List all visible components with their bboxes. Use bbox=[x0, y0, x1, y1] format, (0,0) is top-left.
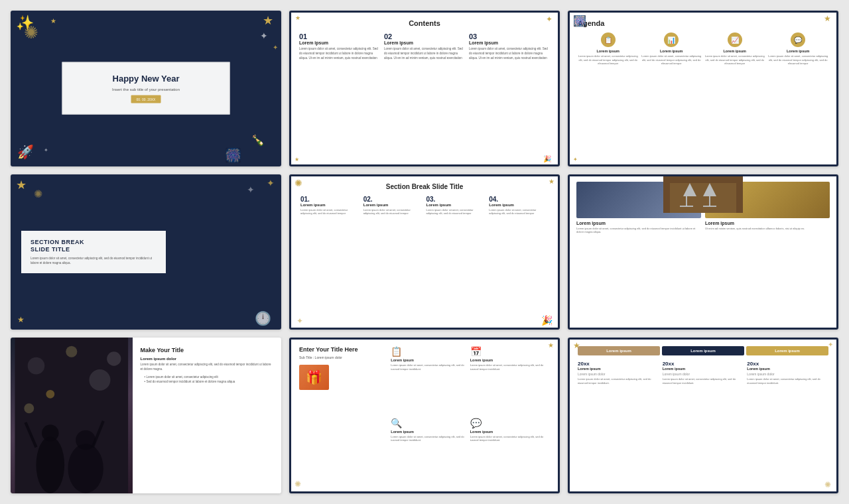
agenda-label-1: Lorem ipsum bbox=[578, 49, 639, 53]
deco-s4-star2: ✦ bbox=[267, 178, 275, 188]
fc-label-3: Lorem ipsum bbox=[426, 203, 486, 207]
section-break-title: SECTION BREAKSLIDE TITLE bbox=[31, 239, 157, 254]
year-grid: 20xx Lorem ipsum Lorem ipsum dolor Lorem… bbox=[578, 361, 828, 385]
icon-text-3: Lorem ipsum dolor sit amet, consectetur … bbox=[391, 435, 466, 442]
slide-5-title: Section Break Slide Title bbox=[300, 183, 549, 190]
deco-s9-3: ✺ bbox=[824, 480, 831, 489]
agenda-label-3: Lorem ipsum bbox=[704, 49, 765, 53]
firework-icon-1: ✨ bbox=[16, 15, 34, 32]
agenda-text-1: Lorem ipsum dolor sit amet, consectetur … bbox=[578, 54, 639, 66]
photo-text-left: Lorem ipsum dolor sit amet, consectetur … bbox=[576, 227, 701, 234]
slide-7-bullets: • Lorem ipsum dolor sit amet, consectetu… bbox=[141, 375, 273, 384]
deco-s4-star1: ★ bbox=[16, 178, 27, 192]
tab-1[interactable]: Lorem ipsum bbox=[578, 346, 660, 355]
deco-cracker-s2: 🎉 bbox=[543, 155, 551, 162]
agenda-text-4: Lorem ipsum dolor sit amet, consectetur … bbox=[768, 54, 829, 66]
slide-8-icons-col1: 📋 Lorem ipsum Lorem ipsum dolor sit amet… bbox=[391, 346, 466, 485]
icon-label-3: Lorem ipsum bbox=[391, 430, 466, 434]
fc-label-4: Lorem ipsum bbox=[489, 203, 549, 207]
agenda-item-3: 📈 Lorem ipsum Lorem ipsum dolor sit amet… bbox=[704, 32, 765, 66]
tab-3[interactable]: Lorem ipsum bbox=[746, 346, 828, 355]
fc-text-4: Lorem ipsum dolor sit amet, consectetur … bbox=[489, 208, 549, 216]
party-photo-full-svg bbox=[11, 338, 133, 493]
tab-2[interactable]: Lorem ipsum bbox=[662, 346, 744, 355]
photo-title-right: Lorem ipsum bbox=[705, 221, 830, 225]
contents-num-3: 03 bbox=[469, 32, 550, 40]
four-cols-grid: 01. Lorem ipsum Lorem ipsum dolor sit am… bbox=[300, 196, 549, 216]
fc-num-3: 03. bbox=[426, 196, 486, 203]
slide-7: Make Your Title Lorem ipsum dolor Lorem … bbox=[11, 338, 281, 493]
sparkle-icon-1: ✦ bbox=[260, 31, 268, 41]
contents-label-3: Lorem ipsum bbox=[469, 40, 550, 45]
fc-label-2: Lorem ipsum bbox=[363, 203, 423, 207]
year-text-2: Lorem ipsum dolor sit amet, consectetur … bbox=[663, 377, 744, 385]
icon-label-4: Lorem ipsum bbox=[470, 430, 545, 434]
photo-text-right: Ut enim ad minim veniam, quis nostrud ex… bbox=[705, 227, 830, 231]
year-2: 20xx bbox=[663, 361, 744, 367]
text-area: Make Your Title Lorem ipsum dolor Lorem … bbox=[133, 338, 281, 493]
chat-icon: 💬 bbox=[470, 418, 545, 428]
main-subtitle: Insert the sub title of your presentatio… bbox=[76, 88, 216, 92]
fc-label-1: Lorem ipsum bbox=[300, 203, 360, 207]
agenda-icon-3: 📈 bbox=[728, 32, 742, 47]
icon-text-1: Lorem ipsum dolor sit amet, consectetur … bbox=[391, 363, 466, 371]
slide-2-title: Contents bbox=[299, 19, 550, 27]
deco-s3-2: ✦ bbox=[573, 157, 578, 162]
slide-8-icon-2: 📅 Lorem ipsum Lorem ipsum dolor sit amet… bbox=[470, 346, 545, 413]
firework-icon-3: 🎆 bbox=[225, 147, 241, 163]
agenda-label-4: Lorem ipsum bbox=[768, 49, 829, 53]
magnify-icon: 🔍 bbox=[391, 418, 466, 428]
star-icon-1: ★ bbox=[263, 13, 273, 28]
fc-text-3: Lorem ipsum dolor sit amet, consectetur … bbox=[426, 208, 486, 216]
slide-2: ★ ✦ ★ 🎉 Contents 01 Lorem ipsum Lorem ip… bbox=[289, 11, 560, 166]
contents-text-2: Lorem ipsum dolor sit amet, consectetur … bbox=[384, 47, 465, 60]
svg-point-26 bbox=[68, 444, 103, 493]
year-label-3: Lorem ipsum bbox=[747, 367, 828, 371]
deco-s5-cracker: 🎉 bbox=[541, 315, 553, 326]
year-col-3: 20xx Lorem ipsum Lorem ipsum dolor Lorem… bbox=[747, 361, 828, 385]
icon-label-2: Lorem ipsum bbox=[470, 358, 545, 362]
star-small-2: ✦ bbox=[44, 147, 48, 153]
fc-num-4: 04. bbox=[489, 196, 549, 203]
agenda-item-4: 💬 Lorem ipsum Lorem ipsum dolor sit amet… bbox=[768, 32, 829, 66]
deco-star-s2-3: ★ bbox=[294, 157, 299, 162]
photo-title-left: Lorem ipsum bbox=[576, 221, 701, 225]
svg-point-18 bbox=[28, 357, 45, 375]
main-title: Happy New Year bbox=[76, 74, 216, 85]
contents-col-1: 01 Lorem ipsum Lorem ipsum dolor sit ame… bbox=[299, 32, 380, 60]
deco-s8-1: ★ bbox=[548, 342, 554, 349]
slide-1: ✨ ★ ✺ 🚀 ✦ 🍾 ★ ✦ ✦ 🎆 Happy New Year Inser… bbox=[11, 11, 281, 166]
agenda-icon-1: 📋 bbox=[601, 32, 616, 47]
clipboard-icon: 📋 bbox=[391, 346, 466, 357]
slide-3: ★ ✦ 🎆 Agenda 📋 Lorem ipsum Lorem ipsum d… bbox=[568, 11, 838, 166]
slide-8-icon-1: 📋 Lorem ipsum Lorem ipsum dolor sit amet… bbox=[391, 346, 466, 413]
year-col-2: 20xx Lorem ipsum Lorem ipsum dolor Lorem… bbox=[663, 361, 744, 385]
photo-area bbox=[11, 338, 133, 493]
slide-6-right: Lorem ipsum Ut enim ad minim veniam, qui… bbox=[705, 182, 830, 323]
section-break-box: SECTION BREAKSLIDE TITLE Lorem ipsum dol… bbox=[21, 231, 166, 274]
contents-col-3: 03 Lorem ipsum Lorem ipsum dolor sit ame… bbox=[469, 32, 550, 60]
date-button[interactable]: 00. 00. 20XX bbox=[131, 95, 161, 103]
contents-text-1: Lorem ipsum dolor sit amet, consectetur … bbox=[299, 47, 380, 60]
agenda-label-2: Lorem ipsum bbox=[641, 49, 702, 53]
deco-s4-spark: ✺ bbox=[34, 188, 42, 200]
wine-icon: 🍾 bbox=[251, 134, 265, 147]
four-col-4: 04. Lorem ipsum Lorem ipsum dolor sit am… bbox=[489, 196, 549, 216]
slide-8-left: Enter Your Title Here Sub Title : Lorem … bbox=[299, 346, 387, 485]
year-sublabel-2: Lorem ipsum dolor bbox=[663, 372, 744, 376]
deco-s4-star4: ✦ bbox=[247, 184, 255, 195]
deco-s5-3: ✦ bbox=[296, 316, 303, 326]
year-1: 20xx bbox=[578, 361, 659, 367]
icon-label-1: Lorem ipsum bbox=[391, 358, 466, 362]
slide-4: ★ ✦ 🕛 ★ ✺ ✦ SECTION BREAKSLIDE TITLE Lor… bbox=[11, 174, 281, 330]
tab-row: Lorem ipsum Lorem ipsum Lorem ipsum bbox=[578, 346, 828, 355]
slide-8: ★ ✺ Enter Your Title Here Sub Title : Lo… bbox=[289, 338, 560, 493]
slide-grid: ✨ ★ ✺ 🚀 ✦ 🍾 ★ ✦ ✦ 🎆 Happy New Year Inser… bbox=[0, 0, 849, 504]
section-break-text: Lorem ipsum dolor sit amet, consectetur … bbox=[31, 257, 157, 266]
svg-point-19 bbox=[66, 346, 77, 357]
agenda-text-3: Lorem ipsum dolor sit amet, consectetur … bbox=[704, 54, 765, 66]
agenda-text-2: Lorem ipsum dolor sit amet, consectetur … bbox=[641, 54, 702, 66]
year-3: 20xx bbox=[747, 361, 828, 367]
gift-box-icon bbox=[299, 365, 329, 390]
year-sublabel-1: Lorem ipsum dolor bbox=[578, 372, 659, 376]
